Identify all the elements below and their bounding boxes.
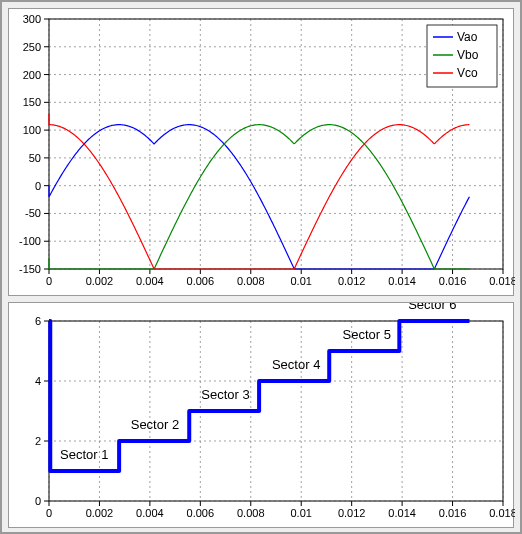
chart-panel-phase-voltages: 00.0020.0040.0060.0080.010.0120.0140.016… xyxy=(8,8,514,296)
svg-text:0.006: 0.006 xyxy=(187,275,215,287)
svg-text:0.006: 0.006 xyxy=(187,507,215,519)
annotation: Sector 1 xyxy=(60,447,108,462)
annotation: Sector 3 xyxy=(201,387,249,402)
svg-rect-61 xyxy=(49,321,503,501)
svg-text:300: 300 xyxy=(23,13,41,25)
svg-text:4: 4 xyxy=(35,375,41,387)
svg-text:0.016: 0.016 xyxy=(439,507,467,519)
svg-text:-100: -100 xyxy=(19,235,41,247)
svg-text:0.008: 0.008 xyxy=(237,275,265,287)
svg-text:0: 0 xyxy=(46,507,52,519)
svg-text:2: 2 xyxy=(35,435,41,447)
legend-label: Vco xyxy=(457,66,478,80)
chart-panel-sectors: 00.0020.0040.0060.0080.010.0120.0140.016… xyxy=(8,302,514,528)
svg-text:200: 200 xyxy=(23,69,41,81)
legend-label: Vao xyxy=(457,30,478,44)
annotation: Sector 6 xyxy=(408,303,456,312)
svg-text:0.004: 0.004 xyxy=(136,275,164,287)
svg-text:0: 0 xyxy=(35,180,41,192)
svg-text:0.01: 0.01 xyxy=(291,507,312,519)
svg-text:0.018: 0.018 xyxy=(489,275,515,287)
svg-text:0.012: 0.012 xyxy=(338,507,366,519)
svg-text:250: 250 xyxy=(23,41,41,53)
svg-text:-150: -150 xyxy=(19,263,41,275)
svg-text:0.016: 0.016 xyxy=(439,275,467,287)
svg-text:-50: -50 xyxy=(25,207,41,219)
svg-text:0.002: 0.002 xyxy=(86,275,114,287)
svg-text:150: 150 xyxy=(23,96,41,108)
svg-text:0.012: 0.012 xyxy=(338,275,366,287)
svg-text:0.008: 0.008 xyxy=(237,507,265,519)
svg-text:0.018: 0.018 xyxy=(489,507,515,519)
svg-text:0.002: 0.002 xyxy=(86,507,114,519)
svg-text:0.01: 0.01 xyxy=(291,275,312,287)
svg-text:0.014: 0.014 xyxy=(388,275,416,287)
annotation: Sector 2 xyxy=(131,417,179,432)
svg-text:0.004: 0.004 xyxy=(136,507,164,519)
svg-text:0.014: 0.014 xyxy=(388,507,416,519)
svg-text:100: 100 xyxy=(23,124,41,136)
figure-container: 00.0020.0040.0060.0080.010.0120.0140.016… xyxy=(0,0,522,534)
svg-text:0: 0 xyxy=(46,275,52,287)
svg-text:6: 6 xyxy=(35,315,41,327)
legend-label: Vbo xyxy=(457,48,479,62)
annotation: Sector 5 xyxy=(343,327,391,342)
annotation: Sector 4 xyxy=(272,357,320,372)
svg-text:50: 50 xyxy=(29,152,41,164)
svg-text:0: 0 xyxy=(35,495,41,507)
